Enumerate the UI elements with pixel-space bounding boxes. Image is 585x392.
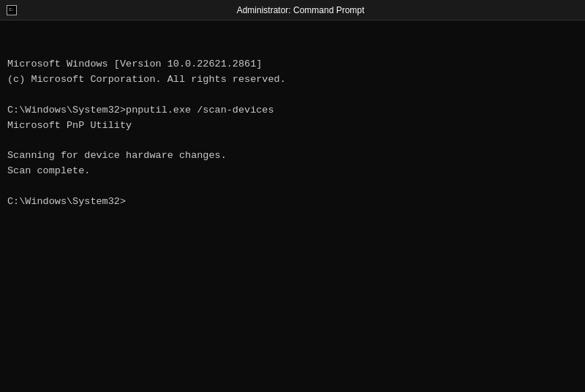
window-icon — [6, 4, 18, 16]
terminal-line-empty2 — [7, 133, 578, 148]
terminal-line-empty3 — [7, 179, 578, 195]
cmd-icon — [7, 5, 17, 15]
terminal-area[interactable]: Microsoft Windows [Version 10.0.22621.28… — [0, 20, 585, 392]
command-prompt-window: Administrator: Command Prompt Microsoft … — [0, 0, 585, 392]
terminal-line-win-version: Microsoft Windows [Version 10.0.22621.28… — [7, 57, 578, 72]
terminal-line-utility: Microsoft PnP Utility — [7, 118, 578, 134]
terminal-line-scan-complete: Scan complete. — [7, 164, 578, 179]
terminal-line-prompt1: C:\Windows\System32>pnputil.exe /scan-de… — [7, 103, 578, 118]
terminal-line-prompt2: C:\Windows\System32> — [7, 195, 578, 210]
terminal-line-empty1 — [7, 88, 578, 103]
terminal-line-scanning: Scanning for device hardware changes. — [7, 148, 578, 164]
terminal-output: Microsoft Windows [Version 10.0.22621.28… — [7, 26, 578, 210]
window-title: Administrator: Command Prompt — [22, 5, 579, 15]
terminal-line-copyright: (c) Microsoft Corporation. All rights re… — [7, 72, 578, 88]
title-bar: Administrator: Command Prompt — [0, 0, 585, 20]
